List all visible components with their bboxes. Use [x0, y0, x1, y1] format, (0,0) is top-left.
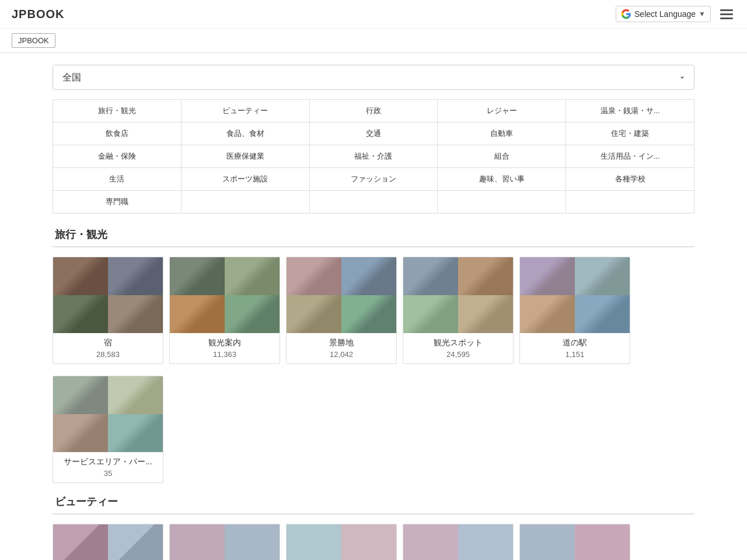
category-row-4: 生活 スポーツ施設 ファッション 趣味、習い事 各種学校 [53, 168, 694, 191]
beauty-thumb-3-tr [341, 524, 396, 560]
category-row-5: 専門職 [53, 191, 694, 214]
thumb-michinoeki-tl [520, 257, 575, 295]
card-keishochi-title: 景勝地 [291, 338, 392, 348]
thumb-kanko-annai-tr [225, 257, 280, 295]
category-empty-2 [309, 191, 438, 214]
beauty-card-1-image [53, 524, 163, 560]
language-selector[interactable]: Select Language ▼ [616, 6, 711, 22]
category-auto[interactable]: 自動車 [438, 123, 566, 145]
card-service-area-info: サービスエリア・パー... 35 [53, 452, 163, 482]
category-welfare[interactable]: 福祉・介護 [309, 145, 438, 168]
menu-line-3 [720, 18, 733, 19]
category-sports[interactable]: スポーツ施設 [181, 168, 309, 191]
card-kanko-spot-count: 24,595 [408, 350, 508, 359]
card-kanko-spot-image [403, 257, 513, 333]
card-michinoeki-info: 道の駅 1,151 [520, 333, 630, 363]
category-beauty[interactable]: ビューティー [181, 100, 309, 123]
card-yado-count: 28,583 [58, 350, 158, 359]
card-keishochi[interactable]: 景勝地 12,042 [286, 257, 397, 364]
header-right: Select Language ▼ [616, 6, 735, 22]
card-kanko-spot-title: 観光スポット [408, 338, 508, 348]
card-kanko-annai[interactable]: 観光案内 11,363 [169, 257, 280, 364]
card-keishochi-count: 12,042 [291, 350, 392, 359]
thumb-keishochi-tl [287, 257, 341, 295]
card-yado-info: 宿 28,583 [53, 333, 163, 363]
category-travel[interactable]: 旅行・観光 [53, 100, 181, 123]
category-professional[interactable]: 専門職 [53, 191, 181, 214]
category-leisure[interactable]: レジャー [438, 100, 566, 123]
card-kanko-annai-image [170, 257, 280, 333]
card-kanko-annai-count: 11,363 [174, 350, 275, 359]
category-finance[interactable]: 金融・保険 [53, 145, 181, 168]
thumb-michinoeki-br [575, 295, 630, 333]
beauty-card-4[interactable]: マッサージ [403, 524, 514, 560]
beauty-divider [53, 513, 694, 514]
card-michinoeki[interactable]: 道の駅 1,151 [519, 257, 630, 364]
category-union[interactable]: 組合 [438, 145, 566, 168]
category-row-2: 飲食店 食品、食材 交通 自動車 住宅・建築 [53, 123, 694, 145]
beauty-section-title: ビューティー [53, 495, 694, 509]
travel-divider [53, 246, 694, 247]
beauty-card-2[interactable]: エステ [169, 524, 280, 560]
category-government[interactable]: 行政 [309, 100, 438, 123]
category-transport[interactable]: 交通 [309, 123, 438, 145]
beauty-thumb-1-tr [108, 524, 163, 560]
beauty-card-4-image [403, 524, 513, 560]
thumb-service-tr [108, 376, 163, 414]
card-yado[interactable]: 宿 28,583 [53, 257, 163, 364]
menu-line-1 [720, 9, 733, 11]
category-livinggoods[interactable]: 生活用品・イン... [566, 145, 694, 168]
thumb-yado-bl [53, 295, 108, 333]
category-fashion[interactable]: ファッション [309, 168, 438, 191]
category-medical[interactable]: 医療保健業 [181, 145, 309, 168]
travel-section-title: 旅行・観光 [53, 228, 694, 242]
thumb-yado-tr [108, 257, 163, 295]
thumb-service-br [108, 414, 163, 452]
beauty-thumb-5-tr [575, 524, 630, 560]
card-kanko-spot[interactable]: 観光スポット 24,595 [403, 257, 514, 364]
beauty-thumb-4-tl [403, 524, 458, 560]
thumb-service-bl [53, 414, 108, 452]
card-keishochi-info: 景勝地 12,042 [287, 333, 396, 363]
category-restaurant[interactable]: 飲食店 [53, 123, 181, 145]
card-yado-image [53, 257, 163, 333]
category-hobby[interactable]: 趣味、習い事 [438, 168, 566, 191]
beauty-card-5[interactable]: 化粧品 [519, 524, 630, 560]
card-kanko-annai-title: 観光案内 [174, 338, 275, 348]
beauty-card-3[interactable]: ネイル [286, 524, 397, 560]
beauty-thumb-5-tl [520, 524, 575, 560]
language-label: Select Language [634, 9, 696, 19]
card-kanko-spot-info: 観光スポット 24,595 [403, 333, 513, 363]
card-service-area-count: 35 [58, 469, 158, 478]
thumb-kanko-spot-tl [403, 257, 458, 295]
category-food[interactable]: 食品、食材 [181, 123, 309, 145]
thumb-kanko-spot-bl [403, 295, 458, 333]
travel-cards-row2: サービスエリア・パー... 35 [53, 376, 694, 483]
beauty-card-2-image [170, 524, 280, 560]
travel-cards-grid: 宿 28,583 観光案内 11,363 [53, 257, 694, 364]
beauty-card-5-image [520, 524, 630, 560]
card-michinoeki-count: 1,151 [525, 350, 625, 359]
thumb-michinoeki-bl [520, 295, 575, 333]
category-empty-4 [566, 191, 694, 214]
thumb-keishochi-bl [287, 295, 341, 333]
thumb-keishochi-tr [341, 257, 396, 295]
beauty-thumb-3-tl [287, 524, 341, 560]
category-school[interactable]: 各種学校 [566, 168, 694, 191]
thumb-service-tl [53, 376, 108, 414]
main-content: 全国 北海道 東北 関東 中部 近畿 中国 四国 九州 沖縄 旅行・観光 ビュー… [41, 53, 706, 560]
category-housing[interactable]: 住宅・建築 [566, 123, 694, 145]
card-service-area[interactable]: サービスエリア・パー... 35 [53, 376, 163, 483]
region-dropdown[interactable]: 全国 北海道 東北 関東 中部 近畿 中国 四国 九州 沖縄 [53, 65, 694, 90]
category-life[interactable]: 生活 [53, 168, 181, 191]
category-onsen[interactable]: 温泉・銭湯・サ... [566, 100, 694, 123]
beauty-thumb-2-tr [225, 524, 280, 560]
breadcrumb-home[interactable]: JPBOOK [12, 33, 55, 48]
beauty-card-1[interactable]: 美容室・理容室 [53, 524, 163, 560]
thumb-yado-br [108, 295, 163, 333]
menu-button[interactable] [718, 7, 735, 22]
header: JPBOOK Select Language ▼ [0, 0, 747, 29]
category-row-1: 旅行・観光 ビューティー 行政 レジャー 温泉・銭湯・サ... [53, 100, 694, 123]
breadcrumb: JPBOOK [0, 29, 747, 53]
beauty-thumb-2-tl [170, 524, 225, 560]
